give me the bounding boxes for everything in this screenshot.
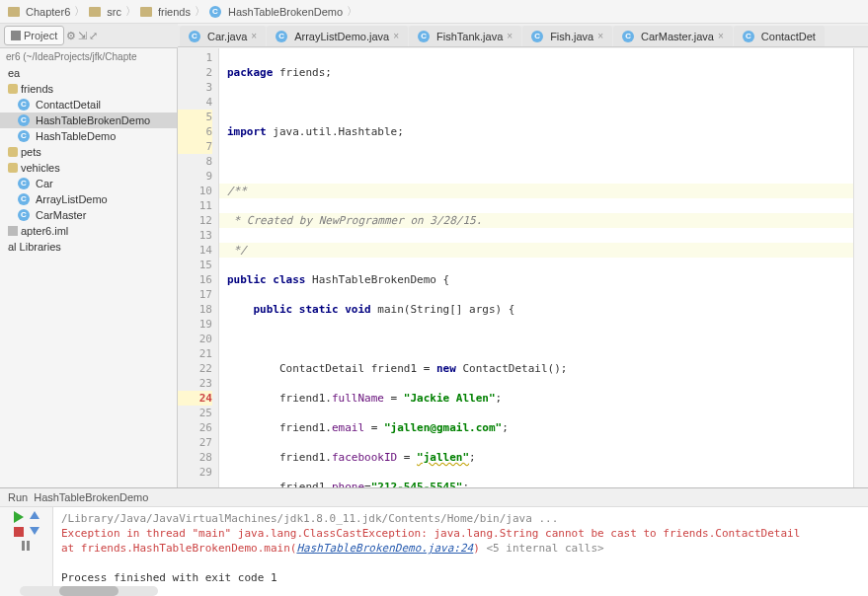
close-icon[interactable]: ×: [251, 31, 257, 41]
sidebar-class-arraylistdemo[interactable]: CArrayListDemo: [0, 191, 177, 207]
tab-label: ContactDet: [761, 31, 816, 42]
code-editor[interactable]: 1234 567 891011 12131415 16171819 202122…: [178, 48, 868, 487]
sidebar-file-iml[interactable]: apter6.iml: [0, 223, 177, 239]
project-icon: [11, 31, 21, 40]
folder-icon: [89, 7, 101, 17]
class-icon: C: [18, 193, 30, 205]
file-icon: [8, 226, 18, 236]
breadcrumb: Chapter6 〉 src 〉 friends 〉 C HashTableBr…: [0, 0, 868, 24]
class-icon: C: [743, 31, 754, 42]
class-icon: C: [276, 31, 287, 42]
sidebar-class-contactdetail[interactable]: CContactDetail: [0, 97, 177, 112]
crumb-2[interactable]: friends: [158, 6, 191, 18]
console-exception: Exception in thread "main" java.lang.Cla…: [61, 526, 860, 541]
project-tool-tab[interactable]: Project: [4, 26, 64, 45]
chevron-right-icon: 〉: [347, 4, 357, 19]
editor-tab-contactdetail[interactable]: CContactDet: [734, 26, 825, 46]
class-icon: C: [18, 99, 30, 111]
package-icon: [8, 84, 18, 94]
folder-icon: [8, 7, 20, 17]
class-icon: C: [18, 209, 30, 221]
package-icon: [8, 163, 18, 173]
sidebar-class-hashtabledemo[interactable]: CHashTableDemo: [0, 128, 177, 144]
folder-icon: [140, 7, 152, 17]
project-root[interactable]: er6 (~/IdeaProjects/jfk/Chapte: [0, 48, 177, 65]
editor-tab-arraylistdemo[interactable]: CArrayListDemo.java×: [267, 26, 408, 46]
editor-tab-carmaster[interactable]: CCarMaster.java×: [613, 26, 733, 46]
down-stack-icon[interactable]: [30, 527, 39, 535]
class-icon: C: [18, 130, 30, 142]
editor-tab-fish[interactable]: CFish.java×: [522, 26, 612, 46]
console-stack: at friends.HashTableBrokenDemo.main(: [61, 542, 296, 555]
sidebar-label: CarMaster: [36, 209, 86, 221]
sidebar-label: pets: [21, 146, 41, 158]
close-icon[interactable]: ×: [718, 31, 724, 41]
run-config-name[interactable]: HashTableBrokenDemo: [34, 491, 148, 503]
class-icon: C: [622, 31, 634, 42]
sidebar-pkg-friends[interactable]: friends: [0, 81, 177, 97]
tab-label: CarMaster.java: [641, 31, 714, 42]
sidebar-label: Car: [36, 178, 53, 189]
console-command: /Library/Java/JavaVirtualMachines/jdk1.8…: [61, 511, 860, 526]
tab-label: ArrayListDemo.java: [294, 31, 389, 42]
class-icon: C: [531, 31, 543, 42]
console-weak: <5 internal calls>: [486, 542, 603, 555]
editor-tab-fishtank[interactable]: CFishTank.java×: [409, 26, 521, 46]
gutter: 1234 567 891011 12131415 16171819 202122…: [178, 48, 219, 487]
editor-tab-car[interactable]: CCar.java×: [180, 26, 266, 46]
sidebar-label: apter6.iml: [21, 225, 68, 237]
close-icon[interactable]: ×: [507, 31, 513, 41]
sidebar-label: HashTableDemo: [36, 130, 116, 142]
chevron-right-icon: 〉: [195, 4, 205, 19]
sidebar-label: ContactDetail: [36, 99, 101, 111]
package-icon: [8, 147, 18, 157]
sidebar-class-hashtablebrokendemo[interactable]: CHashTableBrokenDemo: [0, 112, 177, 128]
class-icon: C: [418, 31, 430, 42]
run-tool-window: Run HashTableBrokenDemo /Library/Java/Ja…: [0, 487, 868, 596]
project-tab-label: Project: [24, 30, 57, 41]
sidebar-label: friends: [21, 83, 53, 95]
run-controls: [0, 507, 53, 596]
hide-icon[interactable]: ⤢: [89, 30, 98, 42]
sidebar-class-car[interactable]: CCar: [0, 176, 177, 191]
tool-tabs: Project ⚙ ⇲ ⤢: [0, 24, 178, 48]
sidebar-external-libs[interactable]: al Libraries: [0, 239, 177, 255]
crumb-0[interactable]: Chapter6: [26, 6, 70, 18]
project-sidebar: er6 (~/IdeaProjects/jfk/Chapte ea friend…: [0, 48, 178, 487]
close-icon[interactable]: ×: [393, 31, 399, 41]
sidebar-item[interactable]: ea: [0, 65, 177, 81]
sidebar-label: HashTableBrokenDemo: [36, 114, 150, 126]
console-stack: ): [473, 542, 486, 555]
code-content[interactable]: package friends; import java.util.Hashta…: [219, 48, 853, 487]
stacktrace-link[interactable]: HashTableBrokenDemo.java:24: [296, 542, 473, 555]
tab-label: Fish.java: [550, 31, 593, 42]
class-icon: C: [209, 6, 221, 18]
sidebar-pkg-vehicles[interactable]: vehicles: [0, 160, 177, 176]
console-exit: Process finished with exit code 1: [61, 570, 860, 585]
stop-icon[interactable]: [14, 527, 24, 537]
console-output[interactable]: /Library/Java/JavaVirtualMachines/jdk1.8…: [53, 507, 868, 596]
run-label: Run: [8, 491, 28, 503]
sidebar-label: vehicles: [21, 162, 60, 174]
sidebar-pkg-pets[interactable]: pets: [0, 144, 177, 160]
error-stripe[interactable]: [853, 48, 868, 487]
class-icon: C: [18, 178, 30, 189]
close-icon[interactable]: ×: [597, 31, 603, 41]
sidebar-label: al Libraries: [8, 241, 61, 253]
tab-label: FishTank.java: [436, 31, 503, 42]
crumb-1[interactable]: src: [107, 6, 121, 18]
pause-icon[interactable]: [22, 541, 32, 551]
collapse-icon[interactable]: ⇲: [78, 30, 87, 42]
editor-tabs: CCar.java× CArrayListDemo.java× CFishTan…: [178, 26, 868, 47]
class-icon: C: [189, 31, 200, 42]
tab-label: Car.java: [207, 31, 247, 42]
rerun-icon[interactable]: [14, 511, 24, 523]
gear-icon[interactable]: ⚙: [66, 30, 76, 42]
class-icon: C: [18, 114, 30, 126]
chevron-right-icon: 〉: [74, 4, 85, 19]
up-stack-icon[interactable]: [30, 511, 39, 519]
sidebar-class-carmaster[interactable]: CCarMaster: [0, 207, 177, 223]
sidebar-label: ArrayListDemo: [36, 193, 108, 205]
chevron-right-icon: 〉: [125, 4, 136, 19]
crumb-3[interactable]: HashTableBrokenDemo: [228, 6, 343, 18]
